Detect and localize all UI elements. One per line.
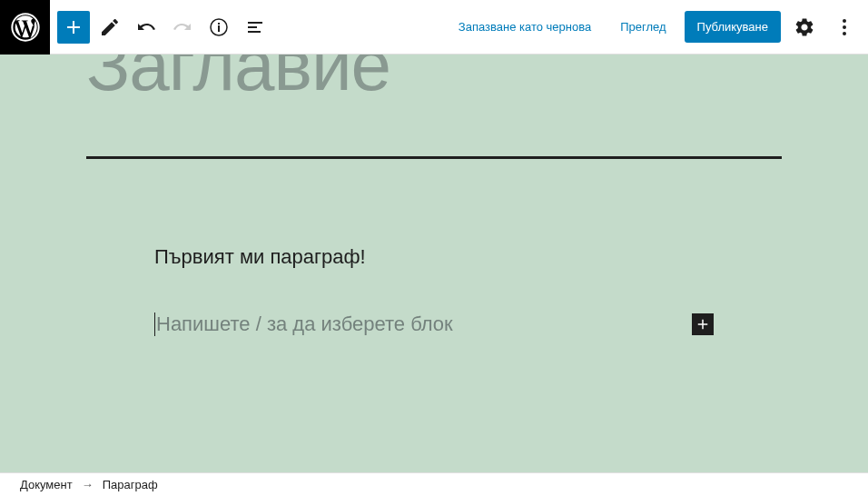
paragraph-block[interactable]: Първият ми параграф! [154, 245, 714, 269]
post-title-placeholder[interactable]: Заглавие [86, 55, 782, 102]
svg-point-2 [843, 19, 846, 23]
redo-icon [172, 16, 193, 38]
more-options-button[interactable] [828, 11, 861, 44]
more-vertical-icon [833, 16, 855, 38]
breadcrumb-current[interactable]: Параграф [103, 478, 158, 491]
plus-icon [695, 316, 711, 332]
toolbar-right-group: Запазване като чернова Преглед Публикува… [448, 11, 861, 44]
outline-button[interactable] [239, 11, 271, 44]
text-cursor [154, 312, 155, 336]
publish-button[interactable]: Публикуване [685, 11, 781, 43]
undo-button[interactable] [130, 11, 163, 44]
save-draft-button[interactable]: Запазване като чернова [448, 13, 602, 41]
plus-icon [63, 16, 84, 38]
title-underline [86, 156, 782, 159]
empty-block-prompt[interactable]: Напишете / за да изберете блок [154, 312, 714, 336]
inline-add-block-button[interactable] [692, 313, 714, 335]
info-icon [208, 16, 230, 38]
svg-point-3 [843, 25, 846, 29]
toolbar-left-group [57, 11, 271, 44]
add-block-button[interactable] [57, 11, 90, 44]
gear-icon [794, 16, 815, 38]
editor-toolbar: Запазване като чернова Преглед Публикува… [0, 0, 868, 55]
block-breadcrumb: Документ → Параграф [0, 472, 868, 496]
content-area: Първият ми параграф! Напишете / за да из… [154, 245, 714, 336]
svg-point-4 [843, 32, 846, 35]
info-button[interactable] [202, 11, 235, 44]
title-area: Заглавие [86, 55, 782, 159]
settings-button[interactable] [788, 11, 821, 44]
list-icon [244, 16, 266, 38]
editor-canvas[interactable]: Заглавие Първият ми параграф! Напишете /… [0, 55, 868, 472]
breadcrumb-root[interactable]: Документ [20, 478, 73, 491]
edit-mode-button[interactable] [94, 11, 126, 44]
breadcrumb-arrow-icon: → [82, 478, 94, 491]
undo-icon [135, 16, 157, 38]
wordpress-logo[interactable] [0, 0, 50, 55]
wordpress-icon [11, 13, 40, 42]
pencil-icon [99, 16, 121, 38]
preview-button[interactable]: Преглед [609, 13, 676, 41]
block-prompt-text: Напишете / за да изберете блок [156, 312, 453, 336]
redo-button[interactable] [166, 11, 199, 44]
